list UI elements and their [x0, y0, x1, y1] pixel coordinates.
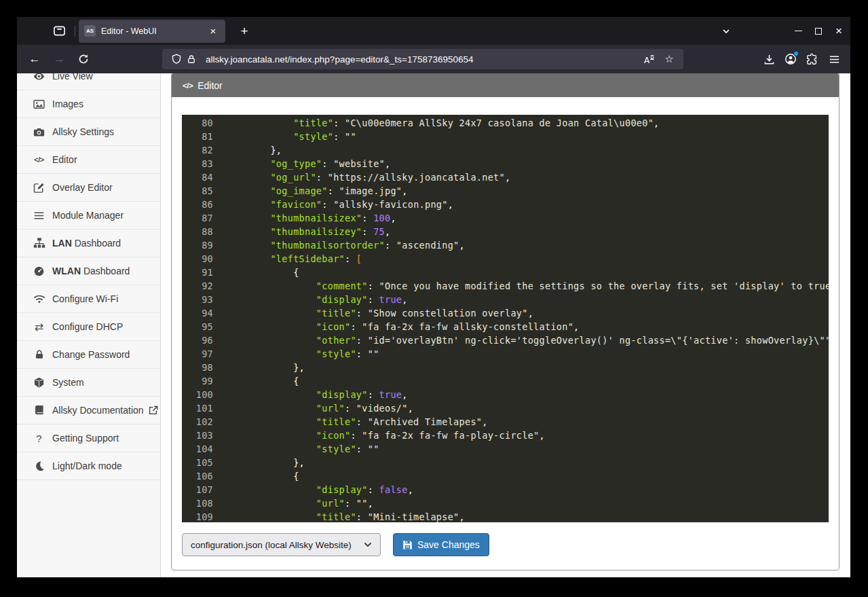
sidebar-item-label: Configure Wi-Fi — [52, 293, 118, 304]
reload-button[interactable] — [73, 49, 94, 69]
sidebar-item-live-view[interactable]: Live View — [17, 73, 160, 90]
sidebar-item-label: Live View — [52, 73, 93, 82]
code-line: 91 { — [182, 266, 829, 279]
editor-panel-header: </> Editor — [172, 73, 839, 97]
sidebar-item-editor[interactable]: </>Editor — [17, 146, 160, 174]
chevron-down-icon — [721, 26, 731, 36]
sidebar-item-change-password[interactable]: Change Password — [17, 341, 160, 369]
sidebar-item-light-dark-mode[interactable]: Light/Dark mode — [17, 452, 160, 480]
editor-panel: </> Editor 80 "title": "C\u00e0mera AllS… — [171, 73, 839, 571]
url-text[interactable]: allsky.joancatala.net/index.php?page=edi… — [206, 54, 641, 65]
forward-button[interactable]: → — [49, 49, 69, 69]
sidebar-item-configure-wifi[interactable]: Configure Wi-Fi — [17, 285, 160, 313]
extensions-button[interactable] — [801, 49, 823, 69]
file-select[interactable]: configuration.json (local Allsky Website… — [182, 533, 381, 556]
line-content: }, — [213, 143, 282, 157]
line-content: { — [213, 266, 299, 279]
sidebar-item-images[interactable]: Images — [17, 90, 160, 118]
sidebar-item-label: Getting Support — [52, 433, 119, 444]
code-line: 103 "icon": "fa fa-2x fa-fw fa-play-circ… — [182, 429, 829, 442]
code-line: 94 "title": "Show constellation overlay"… — [182, 306, 829, 320]
firefox-view-button[interactable] — [48, 22, 71, 41]
save-button[interactable]: Save Changes — [393, 533, 489, 556]
back-button[interactable]: ← — [24, 49, 45, 69]
hamburger-menu-icon — [829, 54, 840, 65]
close-icon: × — [835, 24, 842, 38]
minimize-button[interactable] — [788, 22, 808, 41]
shield-icon[interactable] — [169, 52, 184, 67]
sidebar-item-lan-dashboard[interactable]: LAN Dashboard — [17, 230, 160, 257]
account-button[interactable] — [780, 49, 801, 69]
sidebar-item-allsky-documentation[interactable]: Allsky Documentation — [17, 397, 160, 424]
line-content: "title": "Archived Timelapes", — [213, 415, 488, 429]
code-line: 99 { — [182, 374, 829, 388]
line-content: "style": "" — [213, 442, 379, 456]
line-number: 103 — [182, 429, 213, 442]
page-content: Live ViewImagesAllsky Settings</>EditorO… — [17, 73, 850, 577]
line-content: "thumbnailsortorder": "ascending", — [213, 238, 465, 252]
lock-icon — [33, 349, 45, 360]
line-content: "title": "C\u00e0mera AllSky 24x7 casola… — [213, 116, 660, 130]
select-chevron-icon — [364, 542, 372, 547]
line-number: 108 — [182, 496, 213, 510]
sidebar-item-getting-support[interactable]: ?Getting Support — [17, 424, 160, 452]
sidebar-item-label: Allsky Settings — [52, 126, 114, 137]
line-number: 95 — [182, 320, 213, 333]
code-line: 84 "og_url": "https://allsky.joancatala.… — [182, 170, 829, 184]
tab-bar: AS Editor - WebUI × + × — [17, 17, 850, 45]
code-icon: </> — [33, 156, 45, 164]
sidebar-item-overlay-editor[interactable]: Overlay Editor — [17, 174, 160, 202]
wifi-icon — [33, 293, 45, 305]
line-content: "title": "Show constellation overlay", — [213, 306, 533, 320]
browser-window: AS Editor - WebUI × + × ← → — [17, 17, 850, 577]
code-line: 97 "style": "" — [182, 347, 829, 361]
panel-title: Editor — [197, 80, 223, 91]
line-number: 96 — [182, 333, 213, 347]
code-line: 98 }, — [182, 361, 829, 374]
sidebar-item-label: Editor — [52, 154, 77, 165]
line-number: 82 — [182, 143, 213, 157]
line-number: 102 — [182, 415, 213, 429]
translate-icon[interactable]: A — [641, 52, 656, 67]
line-number: 85 — [182, 184, 213, 198]
tab-close-icon[interactable]: × — [206, 24, 220, 38]
code-line: 90 "leftSidebar": [ — [182, 252, 829, 266]
code-line: 104 "style": "" — [182, 442, 829, 456]
sidebar-item-wlan-dashboard[interactable]: WLAN Dashboard — [17, 257, 160, 285]
new-tab-button[interactable]: + — [235, 22, 254, 41]
sidebar-item-module-manager[interactable]: Module Manager — [17, 202, 160, 230]
browser-tab[interactable]: AS Editor - WebUI × — [79, 20, 225, 43]
save-floppy-icon — [402, 540, 413, 550]
line-number: 83 — [182, 157, 213, 170]
code-line: 86 "favicon": "allsky-favicon.png", — [182, 198, 829, 211]
maximize-button[interactable] — [808, 22, 829, 41]
code-line: 100 "display": true, — [182, 388, 829, 401]
line-content: }, — [213, 361, 305, 374]
line-number: 109 — [182, 510, 213, 522]
sidebar-item-system[interactable]: System — [17, 369, 160, 397]
code-icon: </> — [183, 82, 193, 90]
bars-icon — [33, 210, 45, 221]
line-number: 99 — [182, 374, 213, 388]
code-editor[interactable]: 80 "title": "C\u00e0mera AllSky 24x7 cas… — [182, 115, 829, 522]
line-content: "title": "Mini-timelapse", — [213, 510, 465, 522]
line-content: "style": "" — [213, 347, 379, 361]
menu-button[interactable] — [823, 49, 845, 69]
line-number: 100 — [182, 388, 213, 401]
bookmark-star-icon[interactable]: ☆ — [662, 52, 677, 67]
account-notification-badge — [793, 51, 799, 56]
line-content: "url": "videos/", — [213, 401, 413, 415]
url-bar[interactable]: allsky.joancatala.net/index.php?page=edi… — [162, 49, 683, 69]
navigation-toolbar: ← → allsky.joancatala.net/index.php?page… — [17, 45, 850, 73]
code-line: 93 "display": true, — [182, 293, 829, 306]
window-close-button[interactable]: × — [829, 22, 849, 41]
sidebar-item-allsky-settings[interactable]: Allsky Settings — [17, 118, 160, 146]
sidebar-item-configure-dhcp[interactable]: ⇄Configure DHCP — [17, 313, 160, 341]
eye-icon — [33, 73, 45, 82]
lock-icon[interactable] — [184, 52, 199, 67]
code-line: 107 "display": false, — [182, 483, 829, 496]
downloads-button[interactable] — [758, 49, 780, 69]
list-tabs-button[interactable] — [716, 22, 736, 41]
line-content: "other": "id='overlayBtn' ng-click='togg… — [213, 333, 829, 347]
line-content: { — [213, 374, 299, 388]
